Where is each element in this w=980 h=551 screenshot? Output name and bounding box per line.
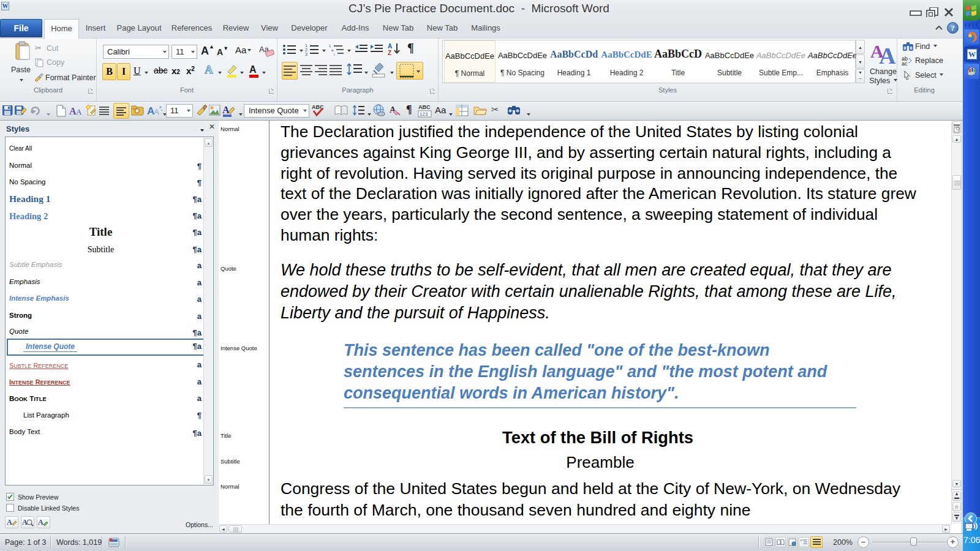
svg-text:A: A <box>154 107 159 116</box>
svg-text:A: A <box>879 43 896 66</box>
svg-text:1: 1 <box>329 44 331 48</box>
svg-text:Z: Z <box>388 50 391 56</box>
svg-text:2: 2 <box>305 48 307 52</box>
svg-text:123: 123 <box>420 111 428 117</box>
svg-text:A: A <box>388 43 392 50</box>
svg-text:3: 3 <box>305 52 307 56</box>
svg-text:A: A <box>76 107 82 116</box>
svg-text:A: A <box>249 64 257 75</box>
svg-text:A: A <box>7 518 12 527</box>
svg-text:A: A <box>222 105 230 115</box>
svg-text:i: i <box>334 53 334 56</box>
svg-text:ac: ac <box>902 61 908 66</box>
svg-text:A: A <box>38 518 43 527</box>
svg-text:ABC: ABC <box>418 104 431 110</box>
svg-text:1: 1 <box>305 43 307 48</box>
svg-text:a: a <box>331 48 334 52</box>
